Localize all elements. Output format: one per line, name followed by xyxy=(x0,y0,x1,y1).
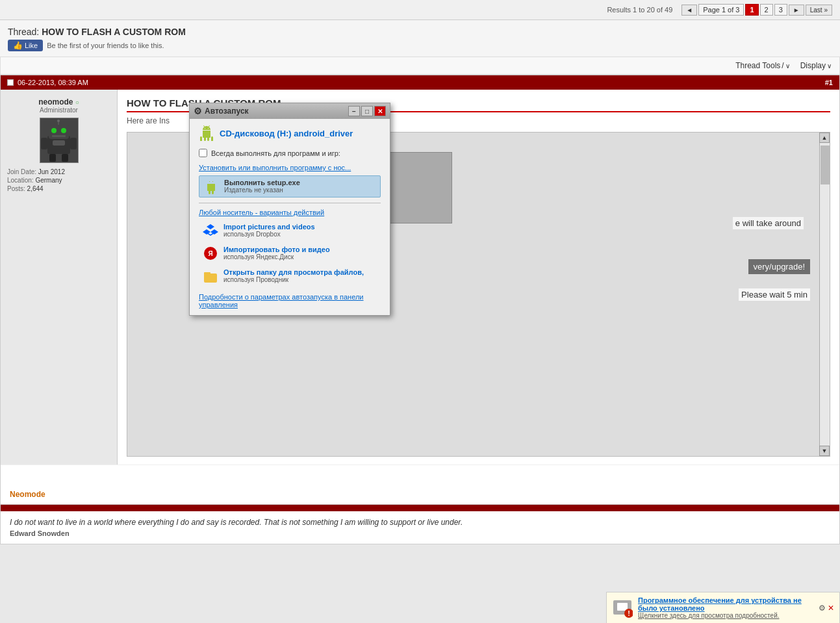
svg-text:Я: Я xyxy=(208,250,212,257)
svg-rect-6 xyxy=(52,135,66,137)
post-quote-author-2: Edward Snowden xyxy=(10,529,830,537)
page-navigation: ◄ Page 1 of 3 1 2 3 ► Last » xyxy=(681,4,832,16)
dialog-option-4[interactable]: Открыть папку для просмотра файлов, испо… xyxy=(199,266,381,286)
post-intro-text-1: Here are Ins xyxy=(127,116,170,125)
svg-rect-9 xyxy=(49,154,56,162)
svg-rect-14 xyxy=(204,273,217,283)
dialog-title-text: ⚙ Автозапуск xyxy=(194,106,249,116)
install-section-label: Установить или выполнить программу с нос… xyxy=(199,164,381,172)
post-date-text-1: 06-22-2013, 08:39 AM xyxy=(18,79,88,86)
post-header-2 xyxy=(1,505,839,511)
dialog-option-2[interactable]: Import pictures and videos используя Dro… xyxy=(199,220,381,241)
option-4-subtitle: используя Проводник xyxy=(223,276,364,283)
option-4-title: Открыть папку для просмотра файлов, xyxy=(223,268,364,276)
dialog-drive-title-text: CD-дисковод (H:) android_driver xyxy=(220,129,353,138)
prev-page-btn[interactable]: ◄ xyxy=(681,5,697,16)
svg-rect-15 xyxy=(204,272,210,275)
scroll-down-btn[interactable]: ▼ xyxy=(819,446,830,456)
fb-like-label: Like xyxy=(25,42,38,49)
option-3-title: Импортировать фото и видео xyxy=(223,246,330,253)
dialog-close-btn[interactable]: ✕ xyxy=(374,106,386,116)
text-upgrade: very/upgrade! xyxy=(748,259,811,274)
post-container-1: 06-22-2013, 08:39 AM #1 neomode ○ Admini… xyxy=(0,75,840,505)
svg-rect-11 xyxy=(53,140,65,146)
thread-title: Thread: HOW TO FLASH A CUSTOM ROM xyxy=(8,27,832,37)
always-run-checkbox[interactable] xyxy=(199,149,207,157)
username-1: neomode ○ xyxy=(7,97,110,107)
text-takes-around: e will take around xyxy=(733,217,804,229)
thread-title-bold: HOW TO FLASH A CUSTOM ROM xyxy=(42,27,186,37)
user-meta-1: Join Date: Jun 2012 Location: Germany Po… xyxy=(7,168,110,192)
next-page-btn[interactable]: ► xyxy=(789,5,804,16)
post-body-2: I do not want to live in a world where e… xyxy=(1,511,839,544)
option-2-title: Import pictures and videos xyxy=(223,223,315,231)
thread-tools-bar: Thread Tools / ∨ Display ∨ xyxy=(0,57,840,75)
post-footer-1: Neomode xyxy=(1,464,839,504)
option-4-text: Открыть папку для просмотра файлов, испо… xyxy=(223,268,364,283)
svg-point-5 xyxy=(61,128,66,133)
fb-like-text: Be the first of your friends to like thi… xyxy=(47,42,164,49)
option-1-text: Выполнить setup.exe Издатель не указан xyxy=(224,179,300,194)
page-3-btn[interactable]: 3 xyxy=(774,4,787,16)
location-value-1: Germany xyxy=(35,177,62,184)
fb-thumb-icon: 👍 xyxy=(13,41,23,50)
option-3-subtitle: используя Яндекс.Диск xyxy=(223,253,330,261)
thread-tools-chevron: ∨ xyxy=(785,62,790,70)
user-sidebar-1: neomode ○ Administrator xyxy=(1,90,118,464)
last-page-btn[interactable]: Last » xyxy=(806,5,832,16)
display-chevron: ∨ xyxy=(827,62,832,70)
dialog-footer-link[interactable]: Подробности о параметрах автозапуска в п… xyxy=(199,293,381,309)
dialog-option-1[interactable]: Выполнить setup.exe Издатель не указан xyxy=(199,175,381,197)
dialog-titlebar: ⚙ Автозапуск − □ ✕ xyxy=(190,103,390,119)
post-content-1: HOW TO FLASH A CUSTOM ROM Here are Ins ⚙… xyxy=(118,90,839,464)
post-number-1: #1 xyxy=(825,79,833,86)
option-3-icon: Я xyxy=(203,246,218,261)
join-value-1: Jun 2012 xyxy=(38,168,65,175)
post-icon-1 xyxy=(7,79,14,86)
page-1-btn[interactable]: 1 xyxy=(745,4,758,16)
option-1-subtitle: Издатель не указан xyxy=(224,186,300,194)
option-1-title: Выполнить setup.exe xyxy=(224,179,300,186)
display-link[interactable]: Display ∨ xyxy=(800,61,832,70)
option-2-icon xyxy=(203,223,218,238)
post-quote-text-2: I do not want to live in a world where e… xyxy=(10,518,830,527)
facebook-like-row: 👍 Like Be the first of your friends to l… xyxy=(8,40,164,51)
join-label-1: Join Date: xyxy=(7,168,36,175)
scroll-thumb[interactable] xyxy=(821,146,830,184)
signature-author-1: Neomode xyxy=(10,490,830,499)
thread-tools-link[interactable]: Thread Tools / ∨ xyxy=(735,61,790,70)
display-label: Display xyxy=(800,61,826,70)
post-date-1: 06-22-2013, 08:39 AM xyxy=(7,79,88,86)
dialog-maximize-btn[interactable]: □ xyxy=(361,106,373,116)
svg-rect-8 xyxy=(70,138,77,149)
thread-tools-label: Thread Tools xyxy=(735,61,780,70)
option-1-icon xyxy=(203,179,219,194)
dialog-option-3[interactable]: Я Импортировать фото и видео используя Я… xyxy=(199,243,381,264)
option-4-icon xyxy=(203,268,218,284)
post-body-1: neomode ○ Administrator xyxy=(1,90,839,464)
svg-rect-10 xyxy=(62,154,68,162)
dialog-minimize-btn[interactable]: − xyxy=(348,106,360,116)
autorun-checkbox-row: Всегда выполнять для программ и игр: xyxy=(199,149,381,157)
page-2-btn[interactable]: 2 xyxy=(760,4,773,16)
posts-value-1: 2,644 xyxy=(27,185,44,192)
user-role-1: Administrator xyxy=(7,107,110,114)
posts-label-1: Posts: xyxy=(7,185,25,192)
post-container-2: I do not want to live in a world where e… xyxy=(0,505,840,544)
text-wait: Please wait 5 min xyxy=(739,288,810,301)
location-label-1: Location: xyxy=(7,177,34,184)
scroll-up-btn[interactable]: ▲ xyxy=(819,133,830,143)
divider-1 xyxy=(199,203,381,203)
facebook-like-button[interactable]: 👍 Like xyxy=(8,40,43,51)
autorun-dialog-overlay: ⚙ Автозапуск − □ ✕ xyxy=(189,103,390,316)
dialog-body: CD-дисковод (H:) android_driver Всегда в… xyxy=(190,119,390,315)
thread-tools-slash: / xyxy=(782,61,783,70)
user-avatar-1 xyxy=(40,118,79,163)
svg-point-3 xyxy=(57,120,60,122)
pagination-info: Results 1 to 20 of 49 xyxy=(607,6,672,14)
option-2-text: Import pictures and videos используя Dro… xyxy=(223,223,315,238)
online-indicator-1: ○ xyxy=(75,99,79,106)
dialog-controls: − □ ✕ xyxy=(348,106,386,116)
scrollbar-vertical[interactable]: ▲ ▼ xyxy=(819,133,830,456)
option-2-subtitle: используя Dropbox xyxy=(223,231,315,238)
